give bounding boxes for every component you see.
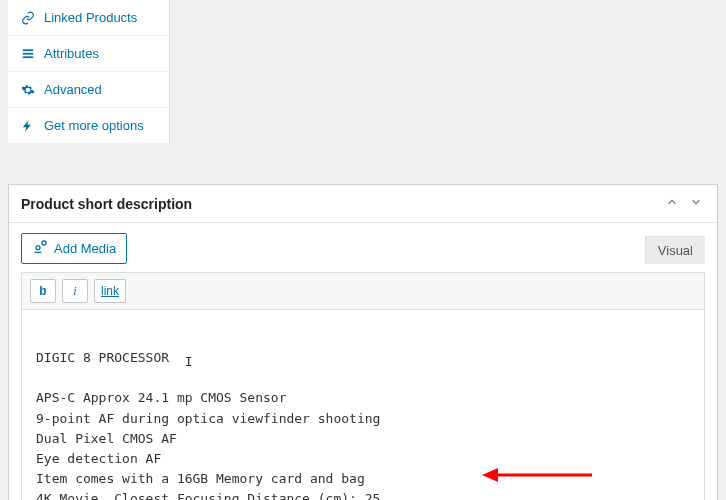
- toggle-down-icon[interactable]: [687, 195, 705, 212]
- link-icon: [20, 11, 36, 25]
- text-format-toolbar: b i link: [21, 272, 705, 310]
- gear-icon: [20, 83, 36, 97]
- metabox-header: Product short description: [9, 185, 717, 223]
- sidebar-item-label: Get more options: [44, 118, 144, 133]
- editor-mode-tabs: Visual: [645, 236, 705, 264]
- editor-line: 9-point AF during optica viewfinder shoo…: [36, 411, 380, 426]
- sidebar-item-attributes[interactable]: Attributes: [8, 36, 169, 72]
- add-media-label: Add Media: [54, 241, 116, 256]
- italic-button[interactable]: i: [62, 279, 88, 303]
- annotation-arrow: [482, 465, 592, 485]
- add-media-button[interactable]: Add Media: [21, 233, 127, 264]
- svg-point-3: [36, 246, 40, 250]
- svg-rect-1: [23, 52, 34, 54]
- editor-line: DIGIC 8 PROCESSOR: [36, 350, 169, 365]
- text-caret: I: [185, 352, 186, 366]
- media-icon: [32, 239, 48, 258]
- sidebar-item-advanced[interactable]: Advanced: [8, 72, 169, 108]
- sidebar-item-label: Attributes: [44, 46, 99, 61]
- metabox-title: Product short description: [21, 196, 192, 212]
- editor-line: Dual Pixel CMOS AF: [36, 431, 177, 446]
- sidebar-item-label: Advanced: [44, 82, 102, 97]
- short-description-metabox: Product short description Add Media Visu…: [8, 184, 718, 500]
- metabox-toggle-controls: [663, 195, 705, 212]
- link-button[interactable]: link: [94, 279, 126, 303]
- editor-line: APS-C Approx 24.1 mp CMOS Sensor: [36, 390, 286, 405]
- sidebar-item-get-more-options[interactable]: Get more options: [8, 108, 169, 144]
- bolt-icon: [20, 119, 36, 133]
- editor-toolbar-row: Add Media Visual: [9, 223, 717, 264]
- list-icon: [20, 47, 36, 61]
- svg-rect-2: [23, 56, 34, 58]
- editor-line: 4K Movie, Closest Focusing Distance (cm)…: [36, 491, 380, 500]
- bold-button[interactable]: b: [30, 279, 56, 303]
- editor-line: Eye detection AF: [36, 451, 161, 466]
- toggle-up-icon[interactable]: [663, 195, 681, 212]
- tab-visual[interactable]: Visual: [645, 236, 705, 264]
- sidebar-item-label: Linked Products: [44, 10, 137, 25]
- editor-line: Item comes with a 16GB Memory card and b…: [36, 471, 365, 486]
- svg-rect-0: [23, 49, 34, 51]
- sidebar-item-linked-products[interactable]: Linked Products: [8, 0, 169, 36]
- product-data-sidebar: Linked Products Attributes Advanced Get …: [8, 0, 170, 144]
- short-description-textarea[interactable]: DIGIC 8 PROCESSOR I APS-C Approx 24.1 mp…: [21, 310, 705, 500]
- svg-marker-5: [482, 468, 498, 482]
